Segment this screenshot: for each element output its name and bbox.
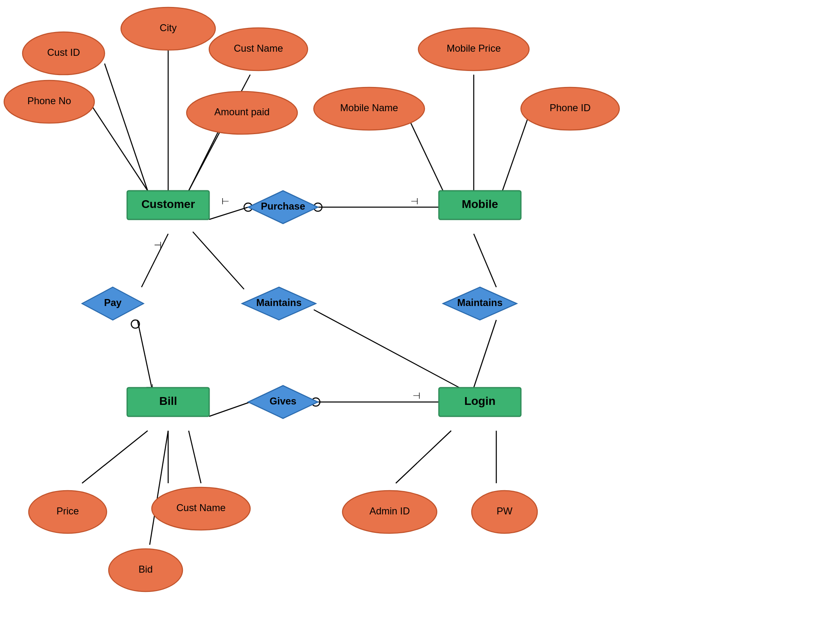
svg-line-14	[474, 234, 496, 287]
pay-relation: Pay	[104, 297, 122, 308]
svg-line-1	[105, 64, 148, 191]
maintains-left-relation: Maintains	[256, 297, 302, 308]
svg-line-7	[502, 109, 531, 191]
svg-text:⊢: ⊢	[221, 196, 229, 206]
svg-line-12	[193, 232, 244, 289]
svg-line-21	[150, 431, 168, 545]
svg-line-15	[474, 320, 496, 388]
login-entity: Login	[464, 395, 495, 407]
mobile-price-attr: Mobile Price	[447, 43, 501, 54]
customer-entity: Customer	[142, 198, 195, 210]
price-attr: Price	[57, 505, 79, 516]
purchase-relation: Purchase	[261, 201, 305, 212]
maintains-right-relation: Maintains	[457, 297, 503, 308]
bid-attr: Bid	[139, 564, 153, 575]
svg-line-13	[314, 310, 459, 388]
svg-line-11	[137, 320, 152, 388]
svg-line-22	[396, 431, 451, 483]
mobile-name-attr: Mobile Name	[340, 102, 398, 113]
cust-name2-attr: Cust Name	[176, 502, 226, 513]
phone-no-attr: Phone No	[27, 95, 71, 106]
svg-text:⊣: ⊣	[154, 240, 162, 250]
mobile-entity: Mobile	[462, 198, 498, 210]
svg-text:⊢: ⊢	[413, 391, 420, 401]
svg-line-8	[209, 207, 248, 219]
amount-paid-attr: Amount paid	[215, 106, 270, 117]
svg-line-20	[189, 431, 201, 483]
pw-attr: PW	[497, 505, 513, 516]
city-attr: City	[160, 22, 176, 33]
cust-id-attr: Cust ID	[47, 47, 80, 58]
cust-name-attr: Cust Name	[234, 43, 283, 54]
bill-entity: Bill	[159, 395, 177, 407]
svg-text:⊢: ⊢	[411, 196, 418, 206]
phone-id-attr: Phone ID	[550, 102, 591, 113]
svg-line-16	[209, 402, 250, 416]
admin-id-attr: Admin ID	[370, 505, 410, 516]
svg-line-3	[92, 107, 148, 191]
gives-relation: Gives	[269, 395, 296, 407]
svg-line-18	[82, 431, 148, 483]
